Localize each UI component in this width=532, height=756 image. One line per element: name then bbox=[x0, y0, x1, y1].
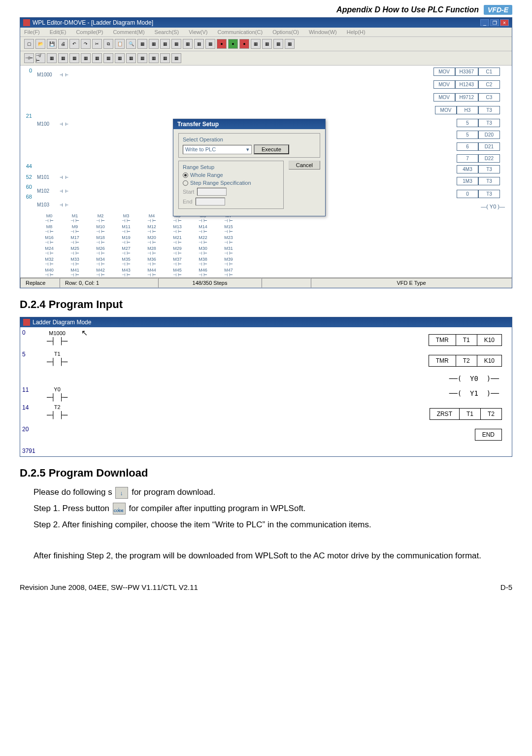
tool-icon[interactable]: ▦ bbox=[137, 39, 147, 49]
ladder-titlebar: Ladder Diagram Mode bbox=[20, 317, 512, 327]
save-icon[interactable]: 💾 bbox=[47, 39, 57, 49]
ladder-area[interactable]: M1000⊣ ⊢ MOV H3367 C1 MOV H1243 C2 MOV H… bbox=[35, 66, 512, 277]
lnum: 14 bbox=[20, 402, 37, 413]
coil-op: ZRST bbox=[430, 408, 459, 420]
ladder-icon[interactable]: ▦ bbox=[58, 53, 68, 63]
run-icon[interactable]: ● bbox=[228, 39, 238, 49]
step-range-radio[interactable]: Step Range Specification bbox=[183, 180, 279, 186]
menu-options[interactable]: Options(O) bbox=[272, 29, 299, 35]
execute-button[interactable]: Execute bbox=[254, 144, 289, 154]
contact-grid-cell: M15⊣ ⊢ bbox=[216, 224, 241, 234]
contact-grid-cell: M42⊣ ⊢ bbox=[88, 268, 113, 277]
ladder-icon[interactable]: ▦ bbox=[137, 53, 147, 63]
tool-icon[interactable]: ▦ bbox=[149, 39, 159, 49]
coil-paren: ──( Y1 )── bbox=[446, 388, 502, 398]
contact-grid-cell: M26⊣ ⊢ bbox=[88, 246, 113, 256]
contact-no-icon[interactable]: ⊣⊢ bbox=[24, 53, 34, 63]
coil-dst: C3 bbox=[478, 93, 500, 102]
radio-icon bbox=[183, 172, 188, 178]
coil-dst: C1 bbox=[478, 68, 500, 76]
menu-view[interactable]: View(V) bbox=[189, 29, 207, 35]
coil-arg1: T1 bbox=[459, 408, 480, 420]
stop-icon[interactable]: ● bbox=[217, 39, 227, 49]
lnum: 21 bbox=[20, 112, 35, 120]
ladder-area[interactable]: ↖ M1000─┤ ├─ TMR T1 K10 T1─┤ ├─ TMR T2 K… bbox=[37, 327, 512, 456]
undo-icon[interactable]: ↶ bbox=[69, 39, 79, 49]
cut-icon[interactable]: ✂ bbox=[92, 39, 102, 49]
tool-icon[interactable]: ▦ bbox=[262, 39, 272, 49]
menu-file[interactable]: File(F) bbox=[24, 29, 40, 35]
contact-grid-cell: M40⊣ ⊢ bbox=[37, 268, 62, 277]
tool-icon[interactable]: ▦ bbox=[194, 39, 204, 49]
menu-window[interactable]: Window(W) bbox=[309, 29, 337, 35]
menu-help[interactable]: Help(H) bbox=[347, 29, 366, 35]
ladder-icon[interactable]: ▦ bbox=[149, 53, 159, 63]
contact-grid-cell: M2⊣ ⊢ bbox=[88, 213, 113, 223]
tool-icon[interactable]: ▦ bbox=[251, 39, 261, 49]
wpl-titlebar: WPL Editor-DMOVE - [Ladder Diagram Mode]… bbox=[20, 18, 512, 28]
minimize-button[interactable]: _ bbox=[480, 19, 489, 26]
ladder-icon[interactable]: ▦ bbox=[126, 53, 136, 63]
ladder-icon[interactable]: ▦ bbox=[81, 53, 91, 63]
ladder-icon[interactable]: ▦ bbox=[103, 53, 113, 63]
paste-icon[interactable]: 📋 bbox=[115, 39, 125, 49]
menu-edit[interactable]: Edit(E) bbox=[50, 29, 66, 35]
lnum: 5 bbox=[20, 349, 37, 360]
redo-icon[interactable]: ↷ bbox=[81, 39, 91, 49]
contact-grid-cell: M21⊣ ⊢ bbox=[165, 235, 190, 245]
tool-icon[interactable]: ▦ bbox=[205, 39, 215, 49]
coil-src: H3 bbox=[457, 106, 478, 114]
coil-arg1: T1 bbox=[456, 334, 477, 346]
rec-icon[interactable]: ● bbox=[239, 39, 249, 49]
contact-grid-cell: M46⊣ ⊢ bbox=[191, 268, 215, 277]
tool-icon[interactable]: ▦ bbox=[273, 39, 283, 49]
ladder-icon[interactable]: ▦ bbox=[160, 53, 170, 63]
new-icon[interactable]: ▢ bbox=[24, 39, 34, 49]
text: for program download. bbox=[132, 487, 215, 497]
whole-range-radio[interactable]: Whole Range bbox=[183, 172, 279, 178]
ladder-icon[interactable]: ▦ bbox=[92, 53, 102, 63]
text: After finishing Step 2, the program will… bbox=[33, 549, 512, 563]
status-mode: Replace bbox=[20, 278, 60, 288]
coil-op: MOV bbox=[433, 93, 455, 102]
ladder-diagram-window: Ladder Diagram Mode 0 5 11 14 20 3791 ↖ … bbox=[20, 317, 512, 457]
coil-src: 5 bbox=[457, 131, 478, 139]
contact-grid-cell: M19⊣ ⊢ bbox=[114, 235, 138, 245]
cancel-button[interactable]: Cancel bbox=[289, 161, 320, 170]
contact-sym: ─┤ ├─ bbox=[47, 411, 67, 419]
menu-comment[interactable]: Comment(M) bbox=[113, 29, 144, 35]
contact-nc-icon[interactable]: ⊣/⊢ bbox=[35, 53, 45, 63]
line-numbers: 0 5 11 14 20 3791 bbox=[20, 327, 37, 456]
line-numbers: 0 21 44 52 60 68 bbox=[20, 66, 35, 277]
download-step-icon: ↓ bbox=[115, 487, 128, 499]
ladder-icon[interactable]: ▦ bbox=[69, 53, 79, 63]
contact-sym: ⊣ ⊢ bbox=[59, 72, 69, 77]
find-icon[interactable]: 🔍 bbox=[126, 39, 136, 49]
contact-grid-cell: M14⊣ ⊢ bbox=[191, 224, 215, 234]
ladder-icon[interactable]: ▦ bbox=[47, 53, 57, 63]
tool-icon[interactable]: ▦ bbox=[285, 39, 295, 49]
section-d25-heading: D.2.5 Program Download bbox=[20, 467, 512, 480]
ladder-icon[interactable]: ▦ bbox=[171, 53, 181, 63]
maximize-button[interactable]: ❐ bbox=[490, 19, 499, 26]
contact-sym: ⊣ ⊢ bbox=[59, 188, 69, 194]
menu-communication[interactable]: Communication(C) bbox=[217, 29, 263, 35]
tool-icon[interactable]: ▦ bbox=[160, 39, 170, 49]
copy-icon[interactable]: ⧉ bbox=[103, 39, 113, 49]
tool-icon[interactable]: ▦ bbox=[171, 39, 181, 49]
text: Please do following s bbox=[33, 487, 112, 497]
contact-grid-cell: M12⊣ ⊢ bbox=[139, 224, 164, 234]
ladder-icon[interactable]: ▦ bbox=[115, 53, 125, 63]
print-icon[interactable]: 🖨 bbox=[58, 39, 68, 49]
coil-arg1: T2 bbox=[456, 355, 477, 367]
operation-dropdown[interactable]: Write to PLC ▾ bbox=[183, 145, 252, 154]
contact-grid-cell: M10⊣ ⊢ bbox=[88, 224, 113, 234]
menu-compile[interactable]: Compile(P) bbox=[76, 29, 103, 35]
tool-icon[interactable]: ▦ bbox=[183, 39, 193, 49]
menu-search[interactable]: Search(S) bbox=[155, 29, 179, 35]
close-button[interactable]: × bbox=[500, 19, 509, 26]
open-icon[interactable]: 📂 bbox=[35, 39, 45, 49]
coil-src: H3367 bbox=[455, 68, 478, 76]
contact-grid-cell: M13⊣ ⊢ bbox=[165, 224, 190, 234]
contact-grid-cell: M30⊣ ⊢ bbox=[191, 246, 215, 256]
